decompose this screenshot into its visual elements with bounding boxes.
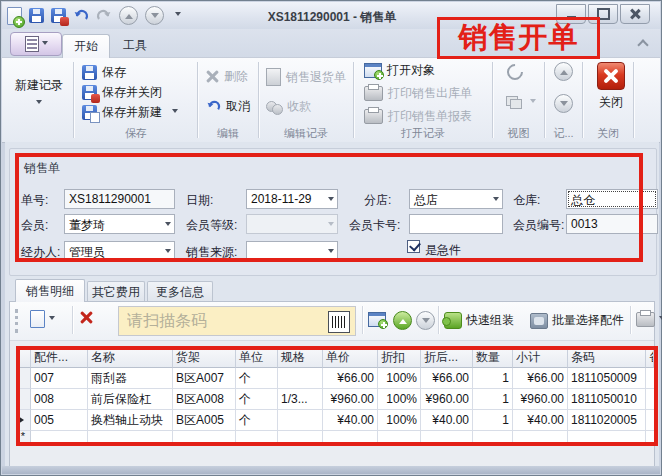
- add-row-button[interactable]: [30, 310, 55, 328]
- cell-unit[interactable]: 个: [236, 368, 278, 389]
- handler-combo[interactable]: 管理员: [64, 241, 175, 261]
- cell-unit-price[interactable]: ¥960.00: [323, 389, 378, 410]
- new-record-icon[interactable]: [7, 7, 22, 25]
- app-menu-button[interactable]: [10, 32, 62, 56]
- col-discount[interactable]: 折扣: [378, 347, 421, 368]
- save-icon[interactable]: [29, 8, 44, 23]
- cell-part-no[interactable]: 007: [31, 368, 88, 389]
- record-up-button[interactable]: [554, 62, 573, 81]
- batch-select-button[interactable]: 批量选择配件: [530, 312, 624, 329]
- cell-spec[interactable]: [278, 410, 323, 431]
- scan-barcode-input[interactable]: [118, 306, 356, 336]
- close-form-button[interactable]: 关闭: [594, 62, 628, 111]
- col-remark[interactable]: 备: [646, 347, 654, 368]
- cell-subtotal[interactable]: ¥66.00: [513, 368, 568, 389]
- cell-unit-price[interactable]: ¥66.00: [323, 368, 378, 389]
- col-name[interactable]: 名称: [88, 347, 173, 368]
- delete-row-button[interactable]: [80, 311, 93, 324]
- cell-barcode[interactable]: 1811050009: [568, 368, 646, 389]
- cell-unit-price[interactable]: ¥40.00: [323, 410, 378, 431]
- toolbar-grip[interactable]: [15, 309, 21, 333]
- tab-sales-detail[interactable]: 销售明细: [15, 279, 85, 302]
- cell-name[interactable]: 前后保险杠: [88, 389, 173, 410]
- cell-discount[interactable]: 100%: [378, 368, 421, 389]
- col-spec[interactable]: 规格: [278, 347, 323, 368]
- cell-remark[interactable]: [646, 410, 654, 431]
- cell-remark[interactable]: [646, 389, 654, 410]
- print-grid-button[interactable]: [636, 312, 662, 327]
- cell-discount[interactable]: 100%: [378, 410, 421, 431]
- cell-remark[interactable]: [646, 368, 654, 389]
- cell-part-no[interactable]: 008: [31, 389, 88, 410]
- tab-other-fees[interactable]: 其它费用: [87, 281, 145, 302]
- save-and-close-icon[interactable]: [51, 8, 66, 23]
- move-down-icon[interactable]: [145, 6, 164, 25]
- col-unit[interactable]: 单位: [236, 347, 278, 368]
- row-up-button[interactable]: [393, 311, 412, 330]
- tab-tools[interactable]: 工具: [112, 34, 158, 57]
- move-up-icon[interactable]: [119, 6, 138, 25]
- record-down-button[interactable]: [554, 94, 573, 113]
- cell-subtotal[interactable]: ¥40.00: [513, 410, 568, 431]
- member-card-field[interactable]: [409, 214, 503, 234]
- table-row-current[interactable]: 005 换档轴止动块 B区A005 个 ¥40.00 100% ¥40.00 1…: [16, 410, 654, 431]
- cell-quantity[interactable]: 1: [473, 389, 513, 410]
- refresh-button[interactable]: [507, 64, 523, 80]
- save-and-close-button[interactable]: 保存并关闭: [82, 84, 162, 101]
- member-combo[interactable]: 董梦琦: [64, 214, 175, 234]
- col-subtotal[interactable]: 小计: [513, 347, 568, 368]
- tab-more-info[interactable]: 更多信息: [147, 281, 213, 302]
- order-no-field[interactable]: XS1811290001: [64, 189, 175, 209]
- maximize-button[interactable]: [588, 4, 618, 24]
- cell-discount[interactable]: 100%: [378, 389, 421, 410]
- undo-icon[interactable]: [73, 8, 89, 24]
- col-discounted-price[interactable]: 折后...: [421, 347, 473, 368]
- cell-spec[interactable]: 1/3...: [278, 389, 323, 410]
- save-button[interactable]: 保存: [82, 64, 126, 81]
- col-barcode[interactable]: 条码: [568, 347, 646, 368]
- cell-quantity[interactable]: 1: [473, 410, 513, 431]
- cell-quantity[interactable]: 1: [473, 368, 513, 389]
- cell-name[interactable]: 雨刮器: [88, 368, 173, 389]
- redo-icon[interactable]: [96, 8, 112, 24]
- urgent-checkbox[interactable]: [407, 240, 420, 253]
- cell-discounted-price[interactable]: ¥960.00: [421, 389, 473, 410]
- close-button[interactable]: [620, 4, 650, 24]
- date-combo[interactable]: 2018-11-29: [246, 189, 338, 209]
- cell-subtotal[interactable]: ¥960.00: [513, 389, 568, 410]
- col-part-no[interactable]: 配件...: [31, 347, 88, 368]
- new-record-button[interactable]: 新建记录: [8, 63, 70, 121]
- col-shelf[interactable]: 货架: [173, 347, 236, 368]
- cancel-button[interactable]: 取消: [206, 98, 250, 115]
- cancel-undo-icon: [206, 99, 221, 114]
- open-object-toolbar-button[interactable]: [368, 312, 386, 327]
- open-object-button[interactable]: 打开对象: [364, 62, 435, 79]
- branch-combo[interactable]: 总店: [409, 189, 503, 209]
- member-no-field[interactable]: 0013: [566, 214, 658, 234]
- collapse-ribbon-icon[interactable]: [638, 38, 648, 48]
- cell-unit[interactable]: 个: [236, 389, 278, 410]
- col-quantity[interactable]: 数量: [473, 347, 513, 368]
- cell-discounted-price[interactable]: ¥40.00: [421, 410, 473, 431]
- cell-part-no[interactable]: 005: [31, 410, 88, 431]
- col-unit-price[interactable]: 单价: [323, 347, 378, 368]
- quick-assemble-button[interactable]: 快速组装: [444, 312, 514, 329]
- cell-barcode[interactable]: 1811020005: [568, 410, 646, 431]
- warehouse-combo[interactable]: 总仓: [566, 189, 658, 209]
- table-new-row[interactable]: *: [16, 431, 654, 443]
- cell-discounted-price[interactable]: ¥66.00: [421, 368, 473, 389]
- table-row[interactable]: 007 雨刮器 B区A007 个 ¥66.00 100% ¥66.00 1 ¥6…: [16, 368, 654, 389]
- cell-shelf[interactable]: B区A008: [173, 389, 236, 410]
- cell-barcode[interactable]: 1811050010: [568, 389, 646, 410]
- cell-unit[interactable]: 个: [236, 410, 278, 431]
- table-row[interactable]: 008 前后保险杠 B区A008 个 1/3... ¥960.00 100% ¥…: [16, 389, 654, 410]
- sales-source-combo[interactable]: [246, 241, 338, 261]
- cell-spec[interactable]: [278, 368, 323, 389]
- save-and-new-button[interactable]: 保存并新建: [82, 104, 178, 121]
- cell-shelf[interactable]: B区A007: [173, 368, 236, 389]
- cell-name[interactable]: 换档轴止动块: [88, 410, 173, 431]
- minimize-button[interactable]: [556, 4, 586, 24]
- cell-shelf[interactable]: B区A005: [173, 410, 236, 431]
- tab-start[interactable]: 开始: [62, 34, 110, 58]
- qat-customize-icon[interactable]: [175, 12, 181, 19]
